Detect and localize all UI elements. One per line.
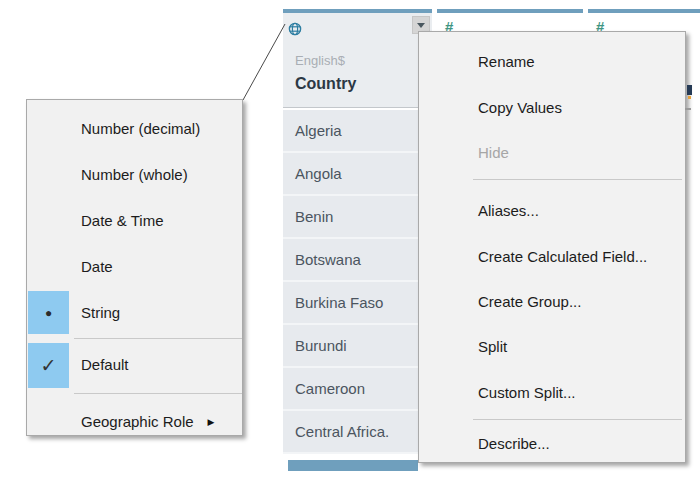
grid-cell[interactable]: Benin	[283, 196, 432, 239]
column-context-menu: Rename Copy Values Hide Aliases... Creat…	[418, 31, 686, 463]
menu-item-number-decimal[interactable]: Number (decimal)	[81, 114, 200, 144]
menu-item-date-time[interactable]: Date & Time	[81, 206, 164, 236]
country-rows: Algeria Angola Benin Botswana Burkina Fa…	[283, 110, 432, 454]
grid-cell[interactable]: Central Africa.	[283, 411, 432, 454]
menu-separator	[74, 338, 242, 339]
menu-item-create-calculated-field[interactable]: Create Calculated Field...	[478, 242, 647, 272]
radio-bullet-icon: ●	[45, 306, 52, 320]
menu-item-split[interactable]: Split	[478, 332, 507, 362]
menu-item-describe[interactable]: Describe...	[478, 429, 550, 459]
menu-item-create-group[interactable]: Create Group...	[478, 287, 581, 317]
globe-icon[interactable]	[288, 22, 302, 36]
menu-item-string[interactable]: String	[81, 298, 120, 328]
datatype-menu: Number (decimal) Number (whole) Date & T…	[26, 99, 243, 436]
geographic-role-label: Geographic Role	[81, 407, 194, 437]
menu-item-rename[interactable]: Rename	[478, 47, 535, 77]
menu-separator	[74, 393, 242, 394]
hidden-field-icon-fragment	[687, 85, 692, 95]
country-column-header[interactable]: English$ Country	[283, 13, 432, 108]
string-selected-highlight: ●	[28, 291, 69, 334]
column-country: English$ Country	[283, 9, 432, 108]
grid-cell[interactable]: Burundi	[283, 325, 432, 368]
grid-cell[interactable]: Botswana	[283, 239, 432, 282]
submenu-arrow-icon: ▶	[208, 407, 215, 437]
grid-cell[interactable]: Cameroon	[283, 368, 432, 411]
menu-separator	[473, 419, 682, 420]
grid-cell[interactable]: Burkina Faso	[283, 282, 432, 325]
caret-down-icon	[417, 23, 425, 28]
menu-item-custom-split[interactable]: Custom Split...	[478, 378, 576, 408]
menu-item-geographic-role[interactable]: Geographic Role ▶	[81, 407, 215, 437]
tableau-datasource-screen: English$ Country Algeria Angola Benin Bo…	[0, 0, 700, 478]
default-selected-highlight: ✓	[28, 343, 69, 388]
column-title: Country	[295, 75, 356, 93]
checkmark-icon: ✓	[41, 354, 57, 377]
menu-item-hide: Hide	[478, 138, 509, 168]
menu-item-copy-values[interactable]: Copy Values	[478, 93, 562, 123]
row-selection-strip	[288, 460, 418, 471]
menu-separator	[473, 179, 682, 180]
menu-item-date[interactable]: Date	[81, 252, 113, 282]
hidden-border-fragment	[685, 108, 691, 110]
menu-item-number-whole[interactable]: Number (whole)	[81, 160, 188, 190]
menu-item-default[interactable]: Default	[81, 350, 129, 380]
hidden-field-icon-fragment	[688, 96, 691, 99]
remote-field-name: English$	[295, 53, 345, 68]
menu-item-aliases[interactable]: Aliases...	[478, 196, 539, 226]
grid-cell[interactable]: Algeria	[283, 110, 432, 153]
grid-cell[interactable]: Angola	[283, 153, 432, 196]
